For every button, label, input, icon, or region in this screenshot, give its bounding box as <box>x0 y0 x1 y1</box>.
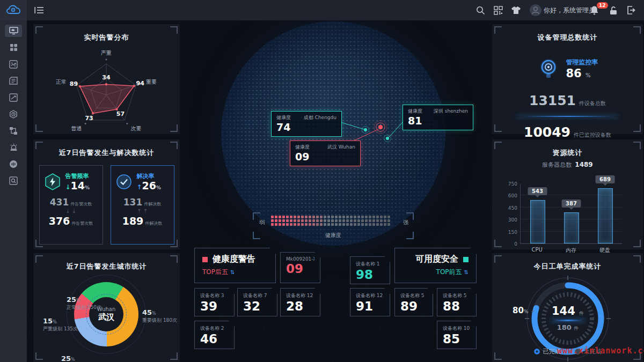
mini-up-arrows-icon: ⇡ ⇡ <box>115 208 170 215</box>
legend-done[interactable]: 已完成 <box>534 348 561 356</box>
health-marker-wuhan[interactable]: 健康度武汉 Wuhan 09 <box>290 141 361 166</box>
sidebar-item-app-grid[interactable] <box>5 41 22 54</box>
sidebar-item-gauge-hex[interactable] <box>5 108 22 120</box>
stat-value: 431 <box>50 197 69 208</box>
lock-icon[interactable] <box>605 0 621 20</box>
device-card[interactable]: 设备名称 12 91 <box>350 288 390 316</box>
search-icon[interactable] <box>472 0 488 20</box>
top-bar: 你好，系统管理员 12 <box>0 0 644 20</box>
device-card[interactable]: 设备名称 12 28 <box>280 288 320 316</box>
logo-box[interactable] <box>0 0 27 20</box>
y-tick: 750 <box>501 181 517 187</box>
monitor-rate-value: 86 <box>566 67 582 80</box>
y-tick: 150 <box>501 230 517 235</box>
strip-square <box>357 223 360 226</box>
y-tick: 600 <box>501 193 517 198</box>
alarm-frequency-card[interactable]: 告警频率 ↓14% 431件告警次数 ⇣ ⇣ 376件告警次数 <box>39 165 103 245</box>
sidebar-item-audit-search[interactable] <box>5 174 22 187</box>
qrcode-icon[interactable] <box>490 0 506 20</box>
stat-label: 件告警次数 <box>70 202 92 206</box>
sidebar-item-report-doc[interactable] <box>5 75 22 87</box>
svg-text:严重: 严重 <box>101 50 112 56</box>
svg-text:重要: 重要 <box>145 79 157 85</box>
device-card[interactable]: 设备名称 10 85 <box>437 321 477 349</box>
slice-label-normal: 25% 正常级别 150次 <box>67 294 101 311</box>
strip-square <box>271 219 274 222</box>
alarm-radar-chart: 严重34重要94次要57普通73正常89 <box>33 43 180 134</box>
device-card[interactable]: 设备名称 5 89 <box>394 288 433 316</box>
percent-unit: % <box>85 185 90 190</box>
sidebar-item-screen-monitor[interactable] <box>5 25 22 37</box>
sidebar-item-trend-chart[interactable] <box>5 91 22 104</box>
device-card[interactable]: Mk009201-XLL... 09 <box>280 252 320 283</box>
monitor-lens-icon <box>537 56 560 81</box>
solve-rate-card[interactable]: 解决率 ↑26% 131件解决数 ⇡ ⇡ 189件解决数 <box>111 165 174 245</box>
strip-strong-label: 强 <box>403 219 408 226</box>
strip-square <box>331 216 334 218</box>
sort-icon[interactable]: ⇅ <box>464 269 469 275</box>
panel-title: 近7日告警发生城市统计 <box>33 253 180 271</box>
server-total-label: 服务器总数 <box>542 161 572 168</box>
strip-square <box>294 219 296 222</box>
device-total-value: 13151 <box>529 93 576 108</box>
sidebar-item-data-exchange[interactable] <box>5 58 22 70</box>
strip-square <box>376 219 379 222</box>
strip-square <box>384 216 386 218</box>
strip-square <box>335 216 338 218</box>
device-card[interactable]: 设备名称 7 32 <box>237 288 277 316</box>
panel-7day-alarm-city-stats: 近7日告警发生城市统计 Wuhan 武汉 25% 正常级别 150次 45% 重… <box>33 253 180 362</box>
device-card[interactable]: 设备名称 2 46 <box>194 321 235 349</box>
strip-square <box>331 223 334 226</box>
strip-square <box>275 216 277 218</box>
strip-square <box>365 223 368 226</box>
server-total-value: 1489 <box>575 161 592 168</box>
strip-square <box>372 223 375 226</box>
strip-square <box>335 219 338 222</box>
health-marker-chengdu[interactable]: 健康度成都 Chengdu 74 <box>271 111 342 137</box>
device-total-label: 件设备总数 <box>579 100 606 106</box>
health-marker-shenzhen[interactable]: 健康度深圳 shenzhen 81 <box>402 105 473 130</box>
strip-square <box>290 223 292 226</box>
strip-square <box>380 223 383 226</box>
sidebar-item-media-control[interactable] <box>5 158 22 170</box>
shirt-icon[interactable] <box>508 0 524 20</box>
device-card[interactable]: 设备名称 1 98 <box>350 256 390 284</box>
group-subtitle: TOP后五 <box>202 268 228 276</box>
y-tick: 450 <box>501 205 517 211</box>
strip-square <box>342 219 345 222</box>
center-glow-divider <box>551 320 585 321</box>
logout-icon[interactable] <box>623 0 639 20</box>
strip-square <box>361 216 364 218</box>
strip-square <box>339 216 341 218</box>
pieces-unit: 件 <box>579 311 584 316</box>
bar-tooltip: 543 <box>528 187 547 195</box>
svg-text:57: 57 <box>116 110 125 117</box>
strip-square <box>309 223 311 226</box>
sidebar-item-alarm-siren[interactable] <box>5 141 22 153</box>
sort-icon[interactable]: ⇅ <box>230 269 235 275</box>
strip-square <box>372 219 375 222</box>
collapse-menu-icon[interactable] <box>31 0 47 20</box>
strip-square <box>279 216 281 218</box>
dashboard-app: 你好，系统管理员 12 <box>0 0 644 362</box>
strip-square <box>357 216 360 218</box>
device-card[interactable]: 设备名称 5 88 <box>437 288 477 316</box>
avatar[interactable] <box>528 0 544 20</box>
pieces-unit: 件 <box>574 326 579 331</box>
metric-label: 告警频率 <box>65 172 90 180</box>
strip-square <box>312 223 315 226</box>
bar-disk: 689 <box>596 184 614 243</box>
strip-square <box>339 223 341 226</box>
strip-square <box>297 216 300 218</box>
svg-text:73: 73 <box>85 115 93 122</box>
group-title: 可用度安全 <box>415 254 458 265</box>
sidebar-item-topology[interactable] <box>5 124 22 137</box>
marker-city: 成都 Chengdu <box>304 114 336 121</box>
strip-square <box>361 223 364 226</box>
strip-square <box>309 219 311 222</box>
device-card[interactable]: 设备名称 3 39 <box>194 288 235 316</box>
strip-square <box>369 223 371 226</box>
strip-square <box>320 223 323 226</box>
bar-rect <box>564 212 579 243</box>
strip-axis-label: 健康度 <box>251 232 416 239</box>
